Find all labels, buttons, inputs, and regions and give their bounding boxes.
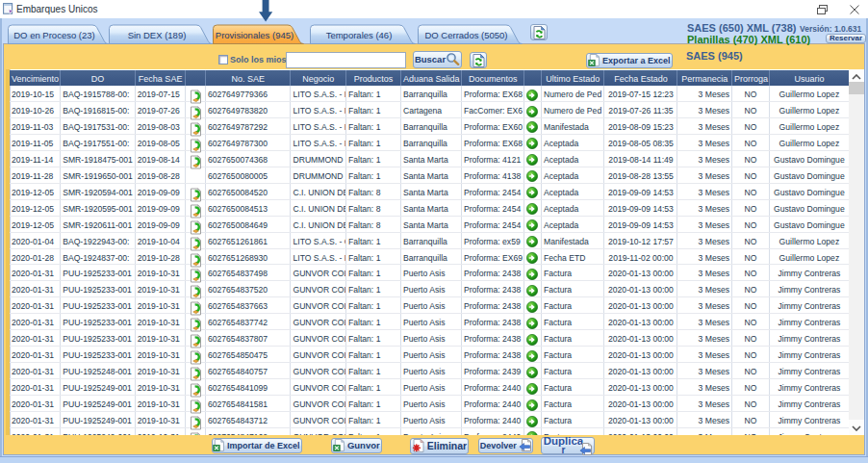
svg-text:DO en Proceso (23): DO en Proceso (23)	[13, 29, 94, 39]
svg-text:DO Cerrados (5050): DO Cerrados (5050)	[424, 29, 507, 39]
svg-text:Temporales (46): Temporales (46)	[326, 29, 393, 39]
svg-text:Provisionales (945): Provisionales (945)	[216, 29, 294, 39]
svg-text:Sin DEX (189): Sin DEX (189)	[128, 29, 187, 39]
